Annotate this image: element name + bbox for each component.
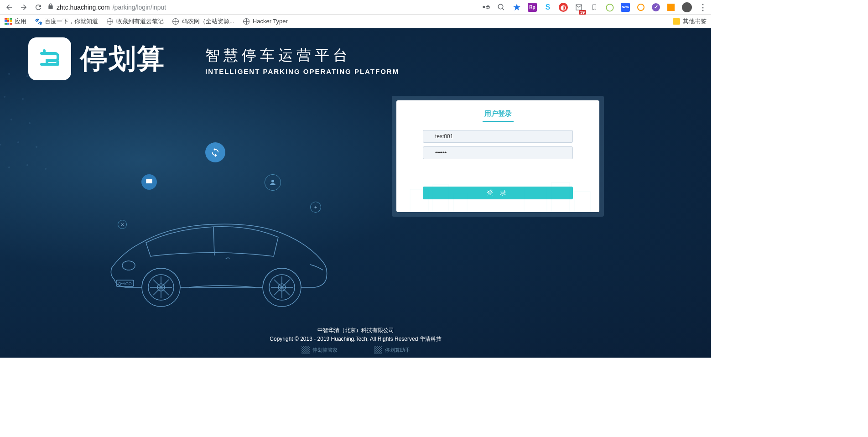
svg-point-7 xyxy=(4,96,5,98)
svg-rect-25 xyxy=(551,182,570,212)
mail-badge: 39 xyxy=(579,10,586,15)
svg-point-14 xyxy=(0,144,1,146)
subtitle-cn: 智慧停车运营平台 xyxy=(205,46,399,66)
password-input[interactable] xyxy=(423,146,573,159)
svg-rect-24 xyxy=(524,187,547,212)
globe-icon xyxy=(172,18,179,25)
svg-point-15 xyxy=(17,141,19,143)
reload-button[interactable] xyxy=(33,2,44,13)
sync-icon xyxy=(205,142,225,162)
extension-orange-ring-icon[interactable] xyxy=(636,3,645,12)
car-illustration: + ✕ D•AGO xyxy=(100,161,338,334)
forward-button[interactable] xyxy=(18,2,29,13)
svg-rect-21 xyxy=(410,189,428,212)
svg-rect-27 xyxy=(146,179,152,183)
bookmarks-bar: 应用 🐾 百度一下，你就知道 收藏到有道云笔记 码农网（全站资源... Hack… xyxy=(0,15,711,28)
browser-toolbar: zhtc.huaching.com/parking/login/input ★ … xyxy=(0,0,711,15)
globe-icon xyxy=(243,18,250,25)
zoom-icon[interactable] xyxy=(497,3,506,12)
buildings-decoration xyxy=(396,180,599,212)
bookmark-baidu[interactable]: 🐾 百度一下，你就知道 xyxy=(35,17,98,26)
svg-text:D•AGO: D•AGO xyxy=(118,281,132,286)
globe-icon xyxy=(106,18,114,25)
other-bookmarks[interactable]: 其他书签 xyxy=(673,17,707,26)
extension-new-icon[interactable]: New xyxy=(621,3,630,12)
login-card: 用户登录 登 录 xyxy=(396,100,599,212)
svg-line-29 xyxy=(213,227,214,255)
lock-icon xyxy=(47,3,54,11)
svg-point-16 xyxy=(36,146,37,148)
svg-point-20 xyxy=(45,168,47,170)
qr-item-manager: 停划算管家 xyxy=(301,346,338,354)
bookmark-label: 收藏到有道云笔记 xyxy=(116,17,164,26)
svg-rect-22 xyxy=(433,185,449,212)
apps-grid-icon xyxy=(5,18,12,25)
branding-header: 停划算 xyxy=(28,37,165,80)
url-domain: zhtc.huaching.com xyxy=(57,4,110,11)
url-path: /parking/login/input xyxy=(113,4,166,11)
svg-rect-26 xyxy=(574,192,590,212)
other-bookmarks-label: 其他书签 xyxy=(683,17,707,26)
bookmark-label: 码农网（全站资源... xyxy=(182,17,234,26)
svg-point-12 xyxy=(29,122,31,124)
svg-point-44 xyxy=(122,261,135,270)
svg-point-0 xyxy=(498,4,503,9)
apps-label: 应用 xyxy=(15,17,26,26)
svg-point-8 xyxy=(22,98,24,100)
footer-company: 中智华清（北京）科技有限公司 xyxy=(0,327,711,334)
svg-rect-23 xyxy=(453,194,467,212)
qr-label: 停划算管家 xyxy=(312,347,338,354)
extension-red-icon[interactable]: ◐ xyxy=(559,3,568,12)
svg-point-11 xyxy=(10,119,12,120)
bookmark-outline-icon[interactable] xyxy=(590,3,599,12)
logo-icon xyxy=(28,37,71,80)
extension-purple-icon[interactable]: ✓ xyxy=(652,3,660,11)
svg-point-28 xyxy=(271,180,274,182)
bookmark-youdao[interactable]: 收藏到有道云笔记 xyxy=(106,17,164,26)
username-input[interactable] xyxy=(423,130,573,143)
login-title: 用户登录 xyxy=(483,109,514,122)
extension-orange-sq-icon[interactable] xyxy=(666,3,676,12)
footer-copyright: Copyright © 2013 - 2019 Huaching.Tech, A… xyxy=(0,335,711,343)
apps-shortcut[interactable]: 应用 xyxy=(5,17,26,26)
car-outline: D•AGO xyxy=(100,188,338,325)
bookmark-label: Hacker Typer xyxy=(253,18,288,25)
svg-point-19 xyxy=(26,164,28,166)
extension-skype-icon[interactable]: S xyxy=(543,3,552,12)
bookmark-manong[interactable]: 码农网（全站资源... xyxy=(172,17,234,26)
qr-label: 停划算助手 xyxy=(385,347,410,354)
extension-rp-icon[interactable]: Rp xyxy=(528,3,537,12)
monitor-icon xyxy=(141,174,157,190)
svg-point-3 xyxy=(8,73,10,75)
page-content: 停划算 智慧停车运营平台 INTELLIGENT PARKING OPERATI… xyxy=(0,28,711,358)
profile-avatar[interactable] xyxy=(682,2,692,12)
address-bar[interactable]: zhtc.huaching.com/parking/login/input xyxy=(47,3,166,11)
qr-item-helper: 停划算助手 xyxy=(374,346,410,354)
logo-text: 停划算 xyxy=(80,41,165,78)
folder-icon xyxy=(673,18,680,25)
menu-icon[interactable]: ⋮ xyxy=(698,3,707,12)
mail-icon[interactable]: 39 xyxy=(574,3,583,12)
bookmark-hacker[interactable]: Hacker Typer xyxy=(243,18,288,25)
bookmark-label: 百度一下，你就知道 xyxy=(45,17,98,26)
subtitle-block: 智慧停车运营平台 INTELLIGENT PARKING OPERATING P… xyxy=(205,46,399,75)
qr-code-icon xyxy=(374,346,382,354)
baidu-icon: 🐾 xyxy=(35,18,42,25)
toolbar-extensions: ★ Rp S ◐ 39 ◯ New ✓ ⋮ xyxy=(481,2,707,12)
back-button[interactable] xyxy=(4,2,15,13)
qr-code-icon xyxy=(301,346,310,354)
bookmark-star-icon[interactable]: ★ xyxy=(512,3,521,12)
extension-green-icon[interactable]: ◯ xyxy=(605,3,614,12)
subtitle-en: INTELLIGENT PARKING OPERATING PLATFORM xyxy=(205,68,399,75)
key-icon[interactable] xyxy=(481,3,490,12)
page-footer: 中智华清（北京）科技有限公司 Copyright © 2013 - 2019 H… xyxy=(0,327,711,354)
login-card-wrapper: 用户登录 登 录 xyxy=(392,96,604,217)
svg-point-18 xyxy=(8,166,10,168)
